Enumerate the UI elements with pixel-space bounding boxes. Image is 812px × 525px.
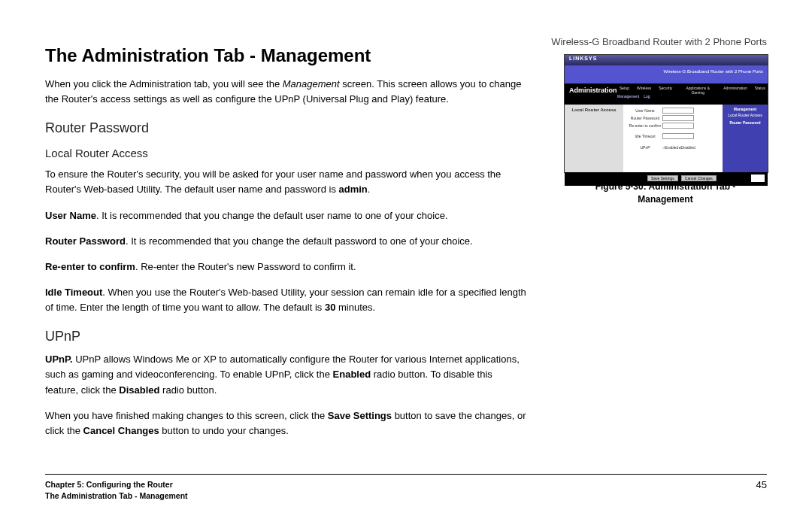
product-header: Wireless-G Broadband Router with 2 Phone… [551,36,767,47]
intro-pre: When you click the Administration tab, y… [45,78,283,90]
ss-cancel-button: Cancel Changes [681,175,717,181]
page-number: 45 [756,479,767,490]
lra-intro-post: . [368,184,371,195]
upnp-p2-post: button to undo your changes. [159,425,289,436]
ss-subtabs: Management Log [617,94,650,99]
ss-subtab: Log [644,94,650,99]
upnp-p2-b1: Save Settings [328,410,392,421]
ss-body: Local Router Access User Name Router Pas… [565,105,768,172]
footer-section: The Administration Tab - Management [45,490,767,502]
lra-intro-bold: admin [339,184,368,195]
ss-input [662,133,694,139]
ss-tab: Applications & Gaming [677,85,718,96]
figure-container: LINKSYS Wireless-G Broadband Router with… [564,54,767,206]
idle-timeout-label: Idle Timeout [45,287,102,298]
ss-right-sub: Local Router Access [725,113,765,117]
upnp-paragraph-1: UPnP. UPnP allows Windows Me or XP to au… [45,352,526,397]
ss-product: Wireless-G Broadband Router with 2 Phone… [664,69,763,74]
ss-right-title: Management [725,107,765,111]
upnp-paragraph-2: When you have finished making changes to… [45,408,526,439]
ss-input [662,123,694,129]
upnp-p1-post: radio button. [159,384,217,396]
upnp-p1-b2: Disabled [119,384,159,396]
local-router-access-heading: Local Router Access [45,147,526,159]
ss-right-panel: Management Local Router Access Router Pa… [723,105,768,172]
intro-paragraph: When you click the Administration tab, y… [45,77,526,107]
lra-intro-pre: To ensure the Router's security, you wil… [45,168,501,195]
ss-footer: Save Settings Cancel Changes [565,172,768,186]
router-password-text: . It is recommended that you change the … [126,235,473,247]
upnp-p2-pre: When you have finished making changes to… [45,410,328,421]
item-reenter: Re-enter to confirm. Re-enter the Router… [45,259,526,275]
reenter-text: . Re-enter the Router's new Password to … [135,261,356,272]
ss-header: Wireless-G Broadband Router with 2 Phone… [565,65,768,83]
intro-italic: Management [283,78,340,90]
ss-section-label: Administration [569,86,617,94]
ss-radio-label: Disabled [680,145,695,150]
user-name-label: User Name [45,210,96,221]
cisco-icon [751,174,765,182]
ss-save-button: Save Settings [647,175,678,181]
ss-radio-label: Enabled [665,145,678,150]
router-screenshot: LINKSYS Wireless-G Broadband Router with… [564,54,768,173]
item-user-name: User Name. It is recommended that you ch… [45,208,526,223]
ss-center-panel: User Name Router Password Re-enter to co… [623,105,723,172]
footer-chapter: Chapter 5: Configuring the Router [45,479,767,491]
item-idle-timeout: Idle Timeout. When you use the Router's … [45,285,526,315]
ss-tab: Administration [721,85,750,96]
ss-field-label: Idle Timeout [628,134,662,138]
local-access-intro: To ensure the Router's security, you wil… [45,167,526,197]
upnp-p2-b2: Cancel Changes [83,425,159,436]
caption-line2: Management [638,194,692,205]
ss-input [662,108,694,114]
reenter-label: Re-enter to confirm [45,261,135,272]
router-password-label: Router Password [45,235,126,247]
upnp-heading: UPnP [45,329,526,344]
upnp-p1-label: UPnP. [45,354,73,365]
upnp-p1-b1: Enabled [333,369,371,380]
ss-titlebar: LINKSYS [565,55,768,65]
router-password-heading: Router Password [45,120,526,136]
ss-field-label: Re-enter to confirm [628,123,662,128]
ss-field-label: UPnP [628,145,662,150]
linksys-logo: LINKSYS [569,56,597,61]
page-footer: Chapter 5: Configuring the Router The Ad… [45,474,767,503]
ss-input [662,115,694,121]
ss-left-panel: Local Router Access [565,105,623,172]
ss-right-subsub: Router Password [725,120,765,125]
ss-tab: Security [656,85,674,96]
idle-timeout-pre: . When you use the Router's Web-based Ut… [45,287,526,313]
idle-timeout-post: minutes. [335,302,375,313]
ss-tab: Status [753,85,768,96]
ss-field-label: User Name [628,108,662,113]
item-router-password: Router Password. It is recommended that … [45,234,526,249]
ss-subtab: Management [617,94,639,99]
user-name-text: . It is recommended that you change the … [96,210,448,221]
ss-tabrow: Administration Setup Wireless Security A… [565,83,768,105]
ss-field-label: Router Password [628,116,662,120]
idle-timeout-bold: 30 [325,302,335,313]
page-title: The Administration Tab - Management [45,45,526,66]
